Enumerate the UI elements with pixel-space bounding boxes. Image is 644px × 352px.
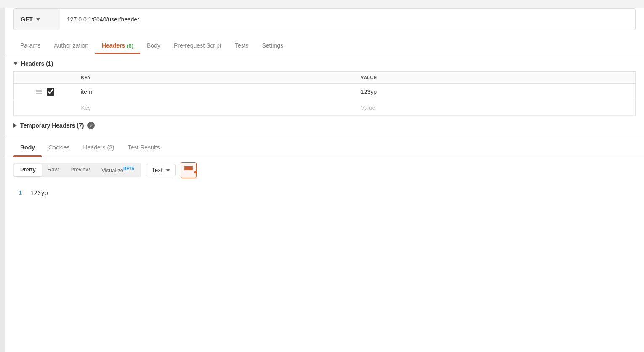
drag-handle-icon[interactable] xyxy=(36,90,42,94)
tab-body[interactable]: Body xyxy=(140,37,167,54)
row-value-value: 123yp xyxy=(361,88,377,95)
format-tab-visualize[interactable]: VisualizeBETA xyxy=(96,164,140,176)
beta-badge: BETA xyxy=(123,166,134,171)
format-tab-raw[interactable]: Raw xyxy=(42,164,64,176)
col-header-actions xyxy=(14,72,76,84)
wrap-line2-icon xyxy=(184,168,193,170)
line-number: 1 xyxy=(13,190,22,197)
headers-table: KEY VALUE xyxy=(13,71,636,116)
url-bar: GET xyxy=(13,8,636,30)
collapse-icon xyxy=(13,62,18,65)
tab-authorization[interactable]: Authorization xyxy=(47,37,95,54)
format-tab-pretty[interactable]: Pretty xyxy=(14,164,42,176)
table-row-empty: Key Value xyxy=(14,100,636,116)
response-code-area: 1 123yp xyxy=(5,183,644,203)
row-value-cell: 123yp xyxy=(356,84,636,100)
response-tab-cookies[interactable]: Cookies xyxy=(42,138,77,157)
code-line-value: 123yp xyxy=(30,190,48,197)
code-line: 1 123yp xyxy=(13,190,636,197)
empty-row-value[interactable]: Value xyxy=(356,100,636,116)
headers-section-header[interactable]: Headers (1) xyxy=(13,54,636,71)
tab-pre-request-script[interactable]: Pre-request Script xyxy=(167,37,228,54)
info-icon[interactable]: i xyxy=(87,122,95,129)
response-tabs: Body Cookies Headers (3) Test Results xyxy=(5,138,644,157)
row-key-value: item xyxy=(81,88,92,95)
wrap-line1-icon xyxy=(184,166,193,168)
row-key-cell: item xyxy=(76,84,356,100)
col-header-value: VALUE xyxy=(356,72,636,84)
table-row: item 123yp xyxy=(14,84,636,100)
headers-section: Headers (1) KEY VALUE xyxy=(13,54,636,133)
left-scrollbar[interactable] xyxy=(0,8,5,352)
response-tab-test-results[interactable]: Test Results xyxy=(121,138,167,157)
response-tab-headers[interactable]: Headers (3) xyxy=(77,138,121,157)
method-label: GET xyxy=(21,16,33,23)
text-dropdown-chevron-icon xyxy=(166,169,170,171)
temporary-headers-section[interactable]: Temporary Headers (7) i xyxy=(13,116,636,133)
response-tab-body[interactable]: Body xyxy=(13,138,42,157)
wrap-button[interactable] xyxy=(181,162,197,178)
row-actions xyxy=(14,84,76,100)
expand-icon xyxy=(13,123,17,128)
key-placeholder: Key xyxy=(81,104,91,111)
tab-params[interactable]: Params xyxy=(13,37,47,54)
tab-headers[interactable]: Headers (8) xyxy=(95,37,140,54)
empty-row-key[interactable]: Key xyxy=(76,100,356,116)
col-header-key: KEY xyxy=(76,72,356,84)
body-toolbar: Pretty Raw Preview VisualizeBETA Text xyxy=(5,157,644,183)
response-section: Body Cookies Headers (3) Test Results Pr… xyxy=(5,138,644,203)
url-input[interactable] xyxy=(60,16,635,23)
method-selector[interactable]: GET xyxy=(14,9,60,30)
format-tabs: Pretty Raw Preview VisualizeBETA xyxy=(13,163,141,177)
row-checkbox[interactable] xyxy=(47,88,54,96)
empty-row-actions xyxy=(14,100,76,116)
headers-tab-badge: (8) xyxy=(127,43,133,49)
method-chevron-icon xyxy=(36,18,40,21)
format-tab-preview[interactable]: Preview xyxy=(64,164,96,176)
text-format-dropdown[interactable]: Text xyxy=(146,164,176,176)
tab-tests[interactable]: Tests xyxy=(228,37,255,54)
value-placeholder: Value xyxy=(361,104,375,111)
request-tabs: Params Authorization Headers (8) Body Pr… xyxy=(5,37,644,54)
wrap-arrow-icon xyxy=(194,171,196,174)
tab-settings[interactable]: Settings xyxy=(255,37,290,54)
